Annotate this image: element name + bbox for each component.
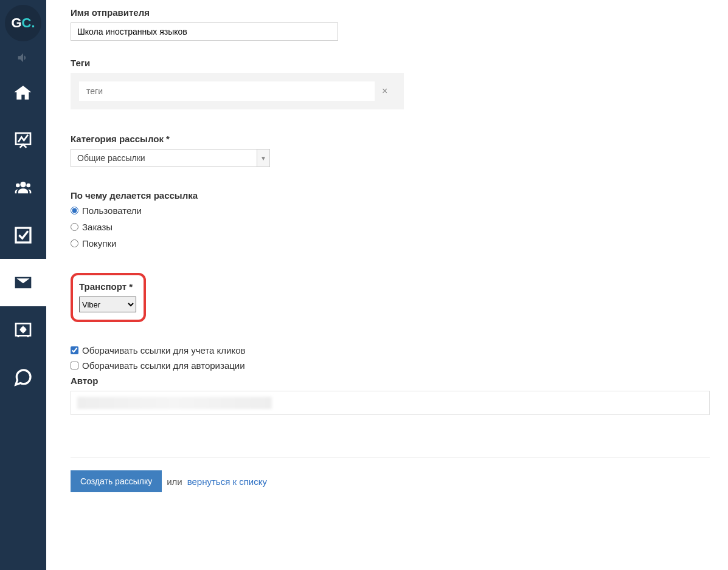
basis-label: По чему делается рассылка [71,190,710,201]
svg-point-6 [21,328,26,332]
basis-radio-users-input[interactable] [71,207,78,215]
sidebar-item-home[interactable] [0,69,46,117]
tags-group: Теги × [71,58,710,109]
form-actions: Создать рассылку или вернуться к списку [71,470,710,492]
sidebar-item-mail[interactable] [0,259,46,306]
or-text: или [167,476,182,487]
transport-select[interactable]: Viber [79,297,136,312]
users-icon [13,178,33,197]
mail-icon [13,273,33,292]
basis-radio-users[interactable]: Пользователи [71,205,710,216]
author-field[interactable] [71,391,710,415]
checkbox-icon [13,225,33,245]
sidebar-item-users[interactable] [0,164,46,211]
sidebar-item-chart[interactable] [0,117,46,164]
basis-orders-label: Заказы [82,222,113,232]
svg-point-1 [20,182,26,187]
tags-clear-button[interactable]: × [382,86,387,97]
basis-radio-orders[interactable]: Заказы [71,222,710,232]
sender-group: Имя отправителя [71,7,710,41]
back-link[interactable]: вернуться к списку [187,476,267,487]
logo-g: G [11,15,21,31]
wrap-clicks-row[interactable]: Оборачивать ссылки для учета кликов [71,345,710,355]
category-select[interactable]: Общие рассылки ▼ [71,149,270,167]
sidebar-item-safe[interactable] [0,306,46,354]
category-group: Категория рассылок * Общие рассылки ▼ [71,134,710,167]
author-label: Автор [71,376,710,386]
main-content: Имя отправителя Теги × Категория рассыло… [46,0,728,570]
create-button[interactable]: Создать рассылку [71,470,162,492]
basis-purchases-label: Покупки [82,238,116,249]
basis-group: По чему делается рассылка Пользователи З… [71,190,710,249]
basis-users-label: Пользователи [82,205,142,216]
wrap-auth-label: Оборачивать ссылки для авторизации [82,360,245,371]
tags-container: × [71,73,404,109]
tags-input[interactable] [79,81,375,101]
safe-icon [13,320,33,340]
svg-point-3 [26,184,30,188]
home-icon [13,83,33,103]
basis-radio-orders-input[interactable] [71,223,78,231]
basis-radio-purchases-input[interactable] [71,239,78,247]
chat-icon [13,368,33,387]
wrap-auth-row[interactable]: Оборачивать ссылки для авторизации [71,360,710,371]
sidebar-item-tasks[interactable] [0,211,46,259]
category-selected: Общие рассылки [71,149,257,167]
transport-label: Транспорт * [79,281,136,292]
wrap-clicks-checkbox[interactable] [71,346,78,354]
sidebar: GC. [0,0,46,570]
presentation-icon [13,131,33,150]
volume-icon [16,51,30,64]
divider [71,458,710,458]
basis-radio-purchases[interactable]: Покупки [71,238,710,249]
sender-input[interactable] [71,22,338,41]
author-value-blurred [77,397,272,409]
logo: GC. [5,5,41,41]
category-label: Категория рассылок * [71,134,710,144]
sidebar-item-sound[interactable] [0,46,46,69]
svg-rect-4 [16,228,30,242]
wrap-auth-checkbox[interactable] [71,362,78,369]
wrap-clicks-label: Оборачивать ссылки для учета кликов [82,345,246,355]
transport-highlight: Транспорт * Viber [71,273,146,322]
logo-c: C. [22,15,35,31]
chevron-down-icon: ▼ [257,149,270,167]
svg-point-2 [16,184,20,188]
sidebar-item-chat[interactable] [0,354,46,401]
tags-label: Теги [71,58,710,68]
sender-label: Имя отправителя [71,7,710,18]
